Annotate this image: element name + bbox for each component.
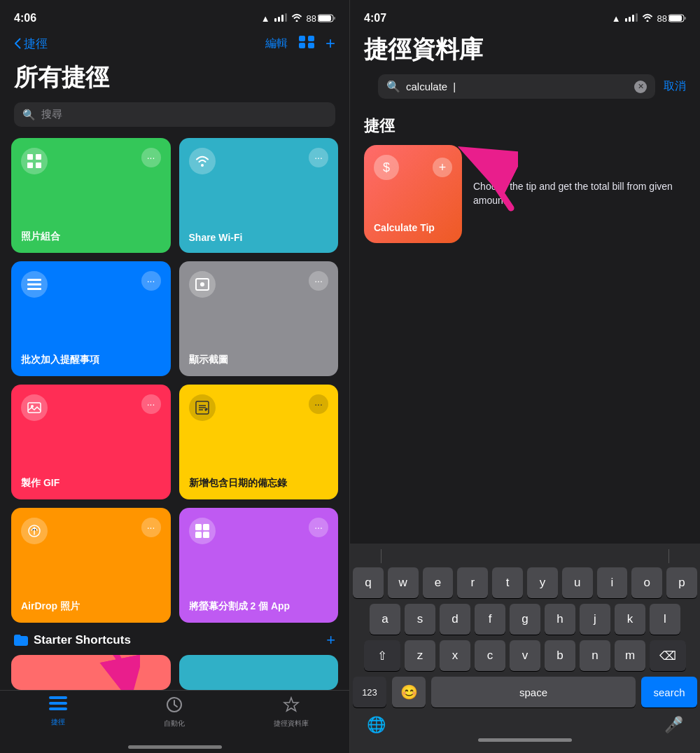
key-i[interactable]: i [597,567,628,598]
svg-rect-35 [625,18,627,22]
shortcut-card-photo-grid[interactable]: ··· 照片組合 [11,138,171,253]
key-j[interactable]: j [580,604,610,635]
section-add-button[interactable]: + [326,631,335,649]
key-k[interactable]: k [615,604,645,635]
status-time-left: 4:06 [14,12,36,25]
wifi-icon-left [291,13,302,24]
svg-rect-27 [195,524,202,530]
card-label-photo-grid: 照片組合 [21,230,161,243]
svg-rect-16 [27,284,41,286]
search-bar-right[interactable]: 🔍 calculate | ✕ [378,74,655,99]
key-c[interactable]: c [475,640,505,671]
key-t[interactable]: t [492,567,523,598]
card-label-batch-reminder: 批次加入提醒事項 [21,354,161,366]
key-emoji[interactable]: 😊 [392,677,426,707]
svg-rect-32 [49,702,67,705]
card-more-photo-grid[interactable]: ··· [141,148,161,167]
key-l[interactable]: l [650,604,680,635]
calculate-tip-card[interactable]: $ + Calculate Tip [364,145,462,243]
svg-rect-20 [28,403,41,413]
location-icon-left: ▲ [261,13,270,24]
clear-search-button[interactable]: ✕ [634,81,647,93]
keyboard-row-1: q w e r t y u i o p [353,567,697,598]
key-space[interactable]: space [431,677,636,707]
key-u[interactable]: u [562,567,593,598]
card-icon-screenshot [189,271,216,298]
key-a[interactable]: a [370,604,400,635]
key-g[interactable]: g [510,604,540,635]
key-shift[interactable]: ⇧ [364,640,400,671]
cursor: | [453,81,456,92]
shortcut-card-batch-reminder[interactable]: ··· 批次加入提醒事項 [11,261,171,376]
add-button-nav[interactable]: + [326,34,335,53]
search-bar-left[interactable]: 🔍 搜尋 [14,102,335,127]
add-shortcut-button[interactable]: + [433,158,452,177]
key-o[interactable]: o [631,567,662,598]
key-w[interactable]: w [388,567,419,598]
status-bar-left: 4:06 ▲ 88 [0,0,349,31]
status-icons-left: ▲ 88 [261,13,335,24]
section-header-left: Starter Shortcuts [14,633,131,647]
shortcut-card-make-gif[interactable]: ··· 製作 GIF [11,385,171,499]
svg-rect-41 [685,17,686,20]
key-delete[interactable]: ⌫ [650,640,686,671]
key-h[interactable]: h [545,604,575,635]
tab-label-automation: 自動化 [164,719,185,728]
key-m[interactable]: m [615,640,645,671]
shortcut-card-split-app[interactable]: ··· 將螢幕分割成 2 個 App [179,508,339,623]
card-more-make-gif[interactable]: ··· [141,394,161,414]
back-label: 捷徑 [24,36,48,52]
key-r[interactable]: r [457,567,488,598]
cancel-button[interactable]: 取消 [661,79,686,94]
key-b[interactable]: b [545,640,575,671]
key-mic-button[interactable]: 🎤 [664,716,683,734]
shortcut-card-screenshot[interactable]: ··· 顯示截圖 [179,261,339,376]
key-f[interactable]: f [475,604,505,635]
key-y[interactable]: y [527,567,558,598]
svg-rect-9 [299,43,305,48]
key-q[interactable]: q [353,567,384,598]
card-more-batch-reminder[interactable]: ··· [141,271,161,291]
search-icon-left: 🔍 [22,109,36,121]
tab-shortcuts[interactable]: 捷徑 [0,696,116,728]
shortcut-card-share-wifi[interactable]: ··· Share Wi-Fi [179,138,339,253]
key-s[interactable]: s [405,604,435,635]
edit-button[interactable]: 編輯 [265,36,288,51]
card-label-make-gif: 製作 GIF [21,477,161,490]
key-z[interactable]: z [405,640,435,671]
key-n[interactable]: n [580,640,610,671]
key-123[interactable]: 123 [353,677,386,707]
key-v[interactable]: v [510,640,540,671]
card-more-split-app[interactable]: ··· [309,518,328,537]
key-globe-button[interactable]: 🌐 [367,716,386,734]
key-search[interactable]: search [641,677,697,707]
nav-right-icons: 編輯 + [265,34,335,53]
back-button-left[interactable]: 捷徑 [14,36,48,52]
key-d[interactable]: d [440,604,470,635]
card-more-note-date[interactable]: ··· [309,394,328,414]
keyboard-row-4: 123 😊 space search [353,677,697,707]
status-bar-right: 4:07 ▲ 88 [350,0,700,31]
search-value-right: calculate [406,81,447,92]
battery-icon-left: 88 [307,13,335,24]
card-icon-make-gif [21,394,48,421]
card-icon-share-wifi [189,148,216,174]
key-e[interactable]: e [423,567,454,598]
card-more-airdrop[interactable]: ··· [141,518,161,537]
tab-automation[interactable]: 自動化 [116,696,232,728]
svg-rect-30 [203,532,209,538]
card-more-share-wifi[interactable]: ··· [309,148,328,167]
tab-icon-shortcuts [49,696,67,714]
key-x[interactable]: x [440,640,470,671]
grid-view-button[interactable] [299,36,314,52]
svg-rect-3 [285,13,287,22]
shortcut-card-airdrop[interactable]: ··· AirDrop 照片 [11,508,171,623]
results-section-label: 捷徑 [350,110,700,145]
svg-rect-12 [36,154,41,160]
card-more-screenshot[interactable]: ··· [309,271,328,291]
key-p[interactable]: p [666,567,697,598]
shortcut-card-note-date[interactable]: ··· 新增包含日期的備忘錄 [179,385,339,499]
svg-rect-40 [669,15,682,21]
keyboard: q w e r t y u i o p a s d f g h j k l ⇧ … [350,544,700,753]
tab-gallery[interactable]: 捷徑資料庫 [233,696,349,728]
